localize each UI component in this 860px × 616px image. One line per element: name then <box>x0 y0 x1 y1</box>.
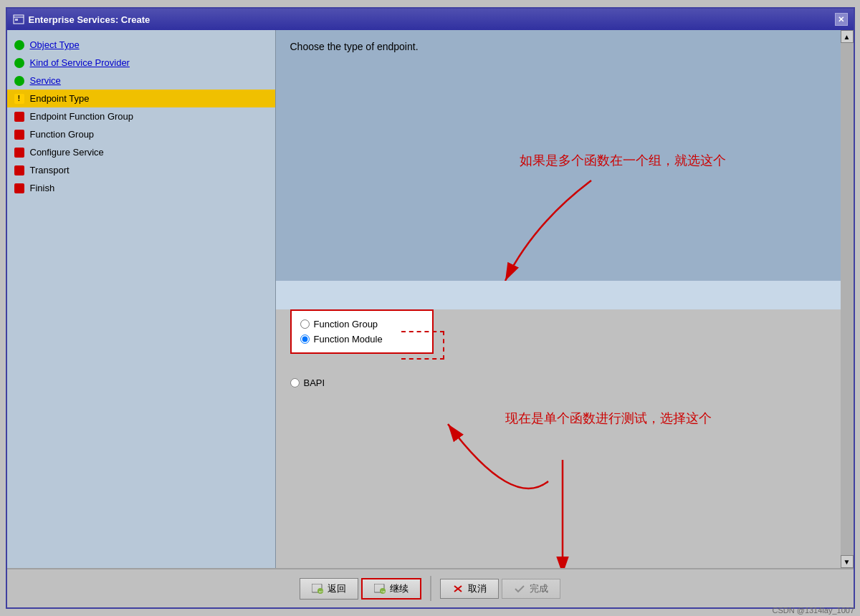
cancel-label: 取消 <box>468 582 487 595</box>
sidebar-label-endpoint-type: Endpoint Type <box>30 93 90 104</box>
bottom-bar: ↩ 返回 ↪ 继续 <box>7 568 854 607</box>
enterprise-services-dialog: Enterprise Services: Create ✕ Object Typ… <box>6 7 855 609</box>
scroll-up-button[interactable]: ▲ <box>841 30 854 43</box>
sidebar-item-function-group: Function Group <box>7 125 275 143</box>
annotation-top: 如果是多个函数在一个组，就选这个 <box>520 152 726 169</box>
sidebar-label-kind-of-service: Kind of Service Provider <box>30 57 130 68</box>
button-separator <box>430 576 431 601</box>
right-button-group: 取消 完成 <box>440 579 560 599</box>
status-icon-configure-service <box>14 148 24 158</box>
status-icon-endpoint-function-group <box>14 112 24 122</box>
dialog-body: Object TypeKind of Service ProviderServi… <box>7 30 854 568</box>
selection-bracket <box>401 331 444 360</box>
finish-button: 完成 <box>502 579 560 599</box>
sidebar-item-transport: Transport <box>7 161 275 179</box>
cancel-icon <box>452 583 464 595</box>
continue-label: 继续 <box>390 582 408 595</box>
sidebar-label-object-type: Object Type <box>30 39 80 50</box>
sidebar-label-function-group: Function Group <box>30 129 95 140</box>
sidebar-item-kind-of-service[interactable]: Kind of Service Provider <box>7 54 275 72</box>
sidebar-label-endpoint-function-group: Endpoint Function Group <box>30 111 134 122</box>
bapi-label: BAPI <box>304 377 325 388</box>
sidebar-label-finish: Finish <box>30 183 55 193</box>
status-icon-endpoint-type: ! <box>14 94 24 104</box>
sidebar: Object TypeKind of Service ProviderServi… <box>7 30 276 568</box>
finish-icon <box>514 583 525 595</box>
function-group-label: Function Group <box>314 319 378 329</box>
continue-icon: ↪ <box>374 583 386 595</box>
status-icon-kind-of-service <box>14 58 24 68</box>
svg-text:↪: ↪ <box>381 589 385 594</box>
svg-rect-2 <box>15 19 18 21</box>
sidebar-item-configure-service: Configure Service <box>7 143 275 161</box>
main-content-wrapper: Choose the type of endpoint. 如果是多个函数在一个组… <box>276 30 854 568</box>
status-icon-object-type <box>14 40 24 50</box>
watermark: CSDN @1314lay_1007 <box>772 606 854 615</box>
continue-button[interactable]: ↪ 继续 <box>361 578 421 600</box>
title-bar: Enterprise Services: Create ✕ <box>7 9 854 30</box>
dialog-title: Enterprise Services: Create <box>29 14 150 25</box>
main-content: Choose the type of endpoint. 如果是多个函数在一个组… <box>276 30 841 568</box>
bottom-section: Function Group Function Module BAPI <box>276 281 841 309</box>
close-button[interactable]: ✕ <box>835 13 848 26</box>
sidebar-item-endpoint-function-group: Endpoint Function Group <box>7 107 275 125</box>
status-icon-transport <box>14 165 24 175</box>
sidebar-label-service: Service <box>30 75 61 86</box>
back-label: 返回 <box>328 582 346 595</box>
annotation-bottom: 现在是单个函数进行测试，选择这个 <box>505 410 712 428</box>
scrollbar[interactable]: ▲ ▼ <box>841 30 854 568</box>
sidebar-item-finish: Finish <box>7 179 275 197</box>
sidebar-label-transport: Transport <box>30 165 70 175</box>
function-group-option[interactable]: Function Group <box>300 317 424 332</box>
cancel-button[interactable]: 取消 <box>440 579 499 599</box>
instruction-text: Choose the type of endpoint. <box>290 41 826 52</box>
status-icon-function-group <box>14 130 24 140</box>
status-icon-finish <box>14 183 24 193</box>
function-module-label: Function Module <box>314 334 383 345</box>
scroll-track <box>841 43 854 555</box>
back-icon: ↩ <box>312 583 323 595</box>
sidebar-label-configure-service: Configure Service <box>30 147 104 158</box>
back-button[interactable]: ↩ 返回 <box>300 578 358 600</box>
finish-label: 完成 <box>530 582 548 595</box>
dialog-icon <box>13 14 24 25</box>
sidebar-item-endpoint-type: !Endpoint Type <box>7 90 275 107</box>
bapi-option[interactable]: BAPI <box>290 377 325 388</box>
svg-text:↩: ↩ <box>319 589 322 594</box>
top-section: Choose the type of endpoint. 如果是多个函数在一个组… <box>276 30 841 281</box>
left-button-group: ↩ 返回 ↪ 继续 <box>300 578 421 600</box>
scroll-down-button[interactable]: ▼ <box>841 555 854 568</box>
sidebar-item-service[interactable]: Service <box>7 72 275 90</box>
sidebar-item-object-type[interactable]: Object Type <box>7 36 275 54</box>
status-icon-service <box>14 76 24 86</box>
